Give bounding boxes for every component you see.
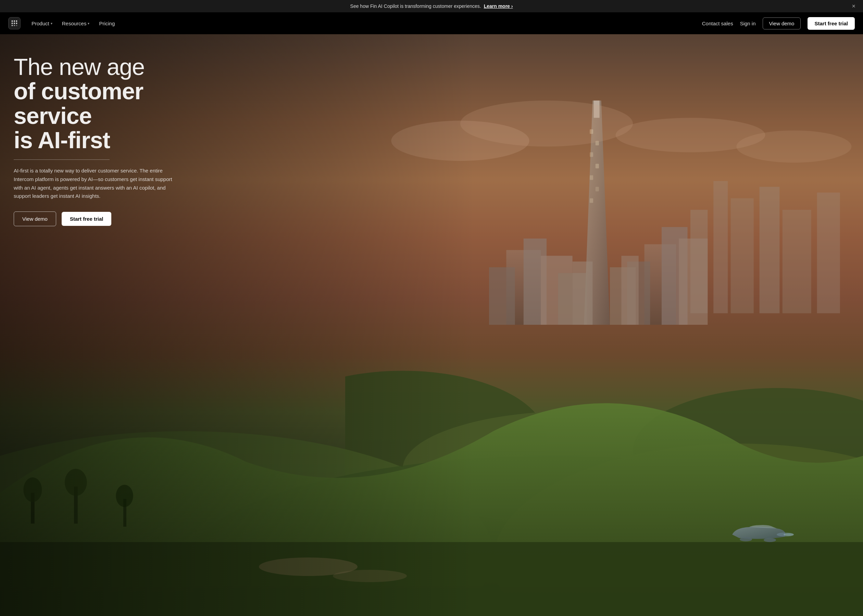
svg-rect-2 bbox=[16, 20, 17, 22]
announcement-text: See how Fin AI Copilot is transforming c… bbox=[350, 3, 481, 9]
svg-rect-7 bbox=[14, 25, 15, 26]
navbar-left: Product ▾ Resources ▾ Pricing bbox=[8, 17, 115, 30]
product-nav-button[interactable]: Product ▾ bbox=[31, 20, 52, 26]
svg-rect-5 bbox=[16, 23, 17, 24]
svg-rect-19 bbox=[590, 152, 593, 157]
hero-view-demo-button[interactable]: View demo bbox=[14, 212, 56, 226]
hero-content: The new age of customer service is AI-fi… bbox=[0, 34, 233, 247]
hero-start-trial-button[interactable]: Start free trial bbox=[61, 212, 112, 226]
announcement-close-button[interactable]: × bbox=[850, 2, 858, 11]
hero-cta: View demo Start free trial bbox=[14, 212, 219, 226]
svg-rect-26 bbox=[489, 267, 515, 325]
svg-point-40 bbox=[460, 101, 633, 146]
start-free-trial-nav-button[interactable]: Start free trial bbox=[808, 17, 855, 30]
product-chevron-icon: ▾ bbox=[51, 22, 52, 25]
hero-title: The new age of customer service is AI-fi… bbox=[14, 55, 219, 152]
hero-flying-car bbox=[725, 517, 794, 546]
svg-rect-3 bbox=[12, 23, 13, 24]
svg-rect-23 bbox=[590, 198, 593, 203]
nav-item-pricing[interactable]: Pricing bbox=[99, 20, 115, 26]
hero-section: The new age of customer service is AI-fi… bbox=[0, 34, 863, 616]
svg-point-42 bbox=[736, 130, 851, 163]
nav-links: Product ▾ Resources ▾ Pricing bbox=[31, 20, 115, 26]
svg-rect-33 bbox=[573, 261, 593, 325]
resources-chevron-icon: ▾ bbox=[88, 22, 90, 25]
svg-rect-20 bbox=[595, 164, 599, 168]
logo-icon bbox=[8, 17, 20, 30]
hero-description: AI-first is a totally new way to deliver… bbox=[14, 167, 178, 201]
hero-title-line3: is AI-first bbox=[14, 128, 219, 152]
resources-label: Resources bbox=[62, 20, 87, 26]
logo-svg bbox=[11, 19, 18, 27]
svg-rect-30 bbox=[679, 239, 707, 325]
svg-rect-21 bbox=[590, 175, 593, 180]
svg-rect-11 bbox=[731, 198, 754, 313]
announcement-link[interactable]: Learn more bbox=[484, 3, 513, 9]
view-demo-button[interactable]: View demo bbox=[763, 17, 801, 30]
svg-rect-13 bbox=[783, 210, 811, 313]
logo[interactable] bbox=[8, 17, 20, 30]
resources-nav-button[interactable]: Resources ▾ bbox=[62, 20, 90, 26]
svg-rect-12 bbox=[759, 187, 780, 313]
pricing-nav-link[interactable]: Pricing bbox=[99, 20, 115, 26]
flying-car-svg bbox=[725, 517, 794, 545]
svg-rect-22 bbox=[595, 187, 599, 191]
svg-rect-10 bbox=[713, 181, 728, 313]
svg-point-56 bbox=[764, 538, 776, 542]
nav-item-product[interactable]: Product ▾ bbox=[31, 20, 52, 26]
svg-rect-4 bbox=[14, 23, 15, 24]
svg-point-58 bbox=[784, 533, 794, 536]
hero-title-line2: of customer service bbox=[14, 79, 219, 128]
svg-rect-8 bbox=[16, 25, 17, 26]
announcement-bar: See how Fin AI Copilot is transforming c… bbox=[0, 0, 863, 12]
svg-rect-6 bbox=[12, 25, 13, 26]
sign-in-button[interactable]: Sign in bbox=[740, 20, 756, 26]
svg-rect-1 bbox=[14, 20, 15, 22]
svg-rect-35 bbox=[621, 256, 638, 325]
svg-rect-0 bbox=[12, 20, 13, 22]
contact-sales-button[interactable]: Contact sales bbox=[702, 20, 733, 26]
navbar-right: Contact sales Sign in View demo Start fr… bbox=[702, 17, 855, 30]
svg-rect-14 bbox=[817, 193, 840, 313]
nav-item-resources[interactable]: Resources ▾ bbox=[62, 20, 90, 26]
hero-title-line1: The new age bbox=[14, 55, 219, 79]
product-label: Product bbox=[31, 20, 49, 26]
hero-divider bbox=[14, 159, 110, 160]
navbar: Product ▾ Resources ▾ Pricing Contact sa… bbox=[0, 12, 863, 34]
svg-point-55 bbox=[740, 537, 752, 541]
